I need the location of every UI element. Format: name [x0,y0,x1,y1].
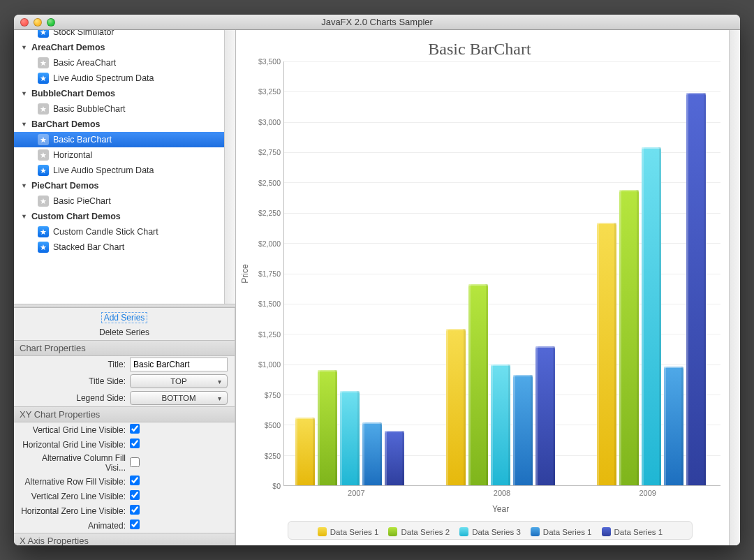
star-icon [38,196,49,207]
props-scrollbar[interactable] [235,308,235,545]
plot-area [283,61,720,486]
prop-checkbox[interactable] [130,424,140,434]
sidebar: Stock SimulatorAreaChart DemosBasic Area… [14,30,236,545]
legend-item: Data Series 2 [388,527,450,536]
delete-series-button[interactable]: Delete Series [99,327,149,337]
tree-item-label: Horizontal [53,150,92,160]
tree-item[interactable]: Basic PieChart [14,193,224,209]
y-tick: $3,250 [258,87,281,96]
legend-swatch-icon [459,527,468,536]
tree-item[interactable]: Stock Simulator [14,30,224,40]
prop-label: Animated: [21,521,126,531]
bar [340,391,360,485]
title-label: Title: [21,360,126,369]
prop-label: Horizontal Grid Line Visible: [21,440,126,450]
add-series-button[interactable]: Add Series [101,312,148,323]
legend-swatch-icon [318,527,327,536]
y-tick: $1,000 [258,360,281,369]
y-tick: $2,750 [258,148,281,156]
tree-item[interactable]: Live Audio Spectrum Data [14,163,224,178]
tree-scrollbar[interactable] [224,30,235,304]
titlebar: JavaFX 2.0 Charts Sampler [14,15,740,30]
y-tick: $3,500 [258,57,281,66]
prop-label: Alternative Column Fill Visi... [21,453,126,473]
title-side-combo[interactable]: TOP [130,374,228,388]
bar [597,223,616,485]
prop-checkbox[interactable] [130,490,140,500]
tree-item[interactable]: Horizontal [14,147,224,163]
star-icon [38,30,49,38]
bar [535,346,555,485]
y-axis-label: Price [239,61,251,486]
chart-scrollbar[interactable] [729,30,740,545]
bar [468,284,488,485]
title-field[interactable] [130,358,228,371]
prop-label: Vertical Grid Line Visible: [21,425,126,435]
tree-group[interactable]: PieChart Demos [14,178,224,193]
legend-side-label: Legend Side: [21,393,126,403]
y-tick: $2,250 [258,209,281,217]
tree-item-label: Live Audio Spectrum Data [53,73,154,83]
prop-label: Alternative Row Fill Visible: [21,477,126,487]
tree-item-label: Basic PieChart [53,196,111,206]
prop-checkbox[interactable] [130,439,140,448]
tree-group[interactable]: AreaChart Demos [14,40,224,55]
y-tick: $1,250 [258,330,281,339]
tree-item-label: Stock Simulator [53,30,114,37]
legend-item: Data Series 1 [602,527,663,536]
prop-checkbox[interactable] [130,476,140,485]
x-axis: 200720082009 [283,486,720,507]
tree-item[interactable]: Basic BubbleChart [14,101,224,117]
tree-item-label: Live Audio Spectrum Data [53,165,154,175]
properties-panel: Add Series Delete Series Chart Propertie… [14,308,235,545]
legend-label: Data Series 1 [330,528,379,536]
tree-item-label: Custom Candle Stick Chart [53,227,158,237]
tree-item[interactable]: Basic AreaChart [14,55,224,71]
bar [362,422,382,485]
legend-label: Data Series 1 [543,528,592,536]
tree-item[interactable]: Basic BarChart [14,132,224,147]
star-icon [38,134,49,145]
y-tick: $1,750 [258,270,281,278]
prop-label: Horizontal Zero Line Visible: [21,506,126,516]
legend-label: Data Series 1 [614,528,663,536]
bar [664,367,683,485]
x-tick: 2007 [283,486,429,507]
legend-item: Data Series 1 [318,527,379,536]
legend-side-combo[interactable]: BOTTOM [130,391,228,405]
prop-checkbox[interactable] [130,520,140,529]
window-title: JavaFX 2.0 Charts Sampler [14,17,740,27]
chart-legend: Data Series 1Data Series 2Data Series 3D… [288,521,693,540]
tree-group[interactable]: Custom Chart Demos [14,209,224,224]
tree-item-label: Basic BarChart [53,135,112,145]
tree-group[interactable]: BarChart Demos [14,117,224,132]
tree-item-label: Stacked Bar Chart [53,242,124,252]
legend-swatch-icon [602,527,611,536]
star-icon [38,242,49,253]
prop-label: Vertical Zero Line Visible: [21,492,126,501]
tree-item-label: Basic AreaChart [53,58,116,68]
app-window: JavaFX 2.0 Charts Sampler Stock Simulato… [14,15,740,545]
star-icon [38,57,49,68]
star-icon [38,226,49,237]
legend-label: Data Series 3 [472,528,521,536]
demo-tree[interactable]: Stock SimulatorAreaChart DemosBasic Area… [14,30,224,304]
y-tick: $1,500 [258,300,281,308]
bar [513,375,533,485]
tree-group[interactable]: BubbleChart Demos [14,86,224,101]
bar [642,147,661,485]
tree-item[interactable]: Live Audio Spectrum Data [14,71,224,86]
y-tick: $3,000 [258,118,281,126]
prop-checkbox[interactable] [130,505,140,515]
title-side-label: Title Side: [21,376,126,386]
bar [619,190,639,485]
prop-checkbox[interactable] [130,457,140,467]
y-tick: $0 [272,482,281,490]
tree-item[interactable]: Stacked Bar Chart [14,240,224,255]
legend-swatch-icon [531,527,540,536]
y-tick: $250 [265,452,281,460]
bar [446,329,466,485]
x-tick: 2009 [575,486,720,507]
tree-item[interactable]: Custom Candle Stick Chart [14,224,224,240]
xy-props-header: XY Chart Properties [14,406,235,422]
